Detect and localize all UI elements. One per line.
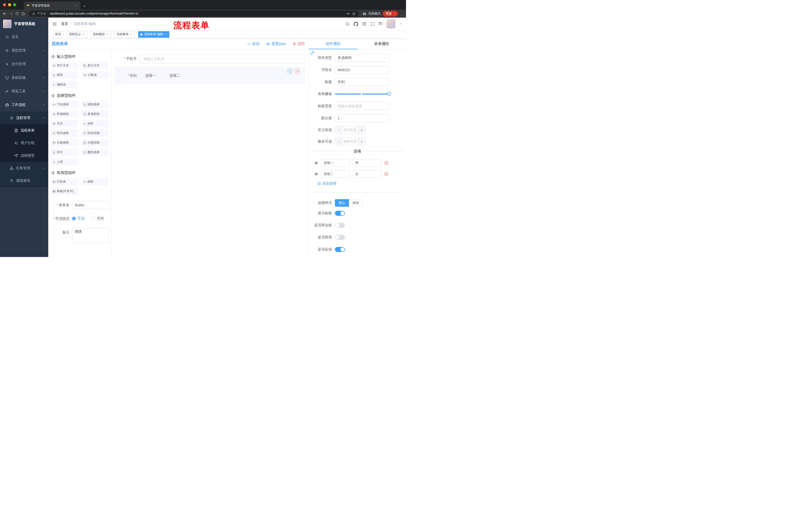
security-label[interactable]: 不安全 (37, 11, 46, 16)
hamburger-icon[interactable] (52, 22, 57, 26)
drag-handle-icon[interactable] (314, 161, 318, 165)
option-style-button-button[interactable]: 按钮 (349, 199, 363, 207)
palette-item-slider[interactable]: 滑块 (81, 120, 109, 127)
tab-component-properties[interactable]: 组件属性 (309, 39, 357, 49)
status-radio-off[interactable]: 关闭 (91, 216, 104, 221)
home-button[interactable] (21, 11, 25, 16)
form-grid-slider[interactable] (335, 90, 389, 98)
field-name-input[interactable] (335, 66, 389, 74)
palette-item-radio-group[interactable]: 单选框组 (51, 110, 78, 118)
checkbox-option-1[interactable]: 选项一 (140, 74, 156, 78)
tag-process-form[interactable]: 流程表单 (114, 31, 135, 38)
forward-button[interactable] (9, 11, 13, 16)
label-width-input[interactable] (335, 102, 389, 110)
max-select-value[interactable]: 最多可选 (342, 138, 358, 145)
app-logo[interactable]: 芋道管理系统 (0, 18, 48, 30)
tag-close-icon[interactable] (165, 33, 167, 36)
tag-process-definition[interactable]: 流程定义 (66, 31, 87, 38)
disabled-toggle[interactable] (335, 235, 345, 240)
view-json-button[interactable]: 查看json (266, 42, 286, 46)
palette-item-upload[interactable]: 上传 (51, 158, 78, 165)
address-bar[interactable]: 不安全 dashboard.yudao.iocoder.cn/bpm/manag… (29, 10, 359, 17)
add-option-button[interactable]: 添加选项 (317, 181, 406, 186)
palette-item-rate[interactable]: 评分 (51, 148, 78, 156)
minimize-window-button[interactable] (8, 3, 11, 6)
form-name-input[interactable] (72, 201, 110, 209)
password-key-icon[interactable] (346, 12, 350, 16)
breadcrumb-home[interactable]: 首页 (61, 22, 68, 26)
tag-close-icon[interactable] (130, 33, 133, 36)
option-2-name-input[interactable] (321, 170, 350, 178)
bookmark-star-icon[interactable] (352, 12, 356, 16)
remark-textarea[interactable]: 嘿嘿 (72, 228, 109, 243)
decrease-button[interactable]: − (335, 127, 342, 134)
palette-item-date-picker[interactable]: 日期选择 (51, 139, 78, 146)
tab-close-icon[interactable] (75, 4, 78, 7)
palette-item-time-picker[interactable]: 时间选择 (51, 130, 78, 137)
toolbar-overflow-chevron-icon[interactable] (401, 14, 404, 17)
palette-item-editor[interactable]: 编辑器 (51, 81, 78, 88)
sidebar-item-system-management[interactable]: 系统管理 (0, 44, 48, 57)
font-size-icon[interactable]: TT (379, 22, 383, 26)
close-window-button[interactable] (3, 3, 6, 6)
sidebar-item-payment-management[interactable]: ¥ 支付管理 (0, 57, 48, 71)
drag-handle-icon[interactable] (314, 172, 318, 176)
fullscreen-icon[interactable] (370, 22, 375, 26)
new-tab-button[interactable] (83, 4, 86, 8)
avatar-caret-icon[interactable] (399, 23, 402, 25)
selected-form-item-gender[interactable]: *性别 选项一 选项二 (115, 67, 305, 84)
default-value-input[interactable] (335, 114, 389, 122)
tag-close-icon[interactable] (82, 33, 85, 36)
min-select-value[interactable]: 至少应选 (342, 127, 358, 134)
link-icon[interactable] (310, 51, 315, 55)
with-border-toggle[interactable] (335, 223, 345, 228)
url-text[interactable]: dashboard.yudao.iocoder.cn/bpm/manager/f… (50, 12, 345, 15)
status-radio-on[interactable]: 开启 (72, 216, 84, 221)
palette-item-color-picker[interactable]: 颜色选择 (81, 148, 109, 156)
update-button[interactable]: 更新 (383, 11, 398, 17)
help-icon[interactable] (362, 22, 367, 26)
option-1-name-input[interactable] (321, 159, 350, 167)
palette-item-cascader[interactable]: 级联选择 (81, 101, 109, 108)
tag-process-model[interactable]: 流程模型 (90, 31, 111, 38)
palette-item-date-range[interactable]: 日期范围 (81, 139, 109, 146)
search-icon[interactable] (345, 22, 350, 26)
tag-close-icon[interactable] (106, 33, 109, 36)
sidebar-item-process-management[interactable]: 流程管理 (0, 112, 48, 124)
sidebar-item-dev-tools[interactable]: 研发工具 (0, 84, 48, 98)
phone-input[interactable] (140, 54, 305, 63)
palette-item-switch[interactable]: 开关 (51, 120, 78, 127)
sidebar-item-workflow[interactable]: 工作流程 (0, 98, 48, 112)
zoom-window-button[interactable] (13, 3, 16, 6)
sidebar-item-leave-query[interactable]: 请假查询 (0, 174, 48, 187)
decrease-button[interactable]: − (335, 138, 342, 145)
palette-item-button[interactable]: 按钮 (81, 178, 109, 185)
option-style-default-button[interactable]: 默认 (335, 199, 349, 207)
sidebar-item-user-groups[interactable]: 用户分组 (0, 137, 48, 150)
delete-item-button[interactable] (295, 69, 300, 74)
palette-item-checkbox-group[interactable]: 多选框组 (81, 110, 109, 118)
increase-button[interactable]: + (358, 127, 365, 134)
palette-item-time-range[interactable]: 时间范围 (81, 130, 109, 137)
palette-item-password[interactable]: 密码 (51, 72, 78, 79)
title-input[interactable] (335, 78, 389, 86)
palette-item-multi-line-text[interactable]: 多行文本 (81, 62, 109, 69)
save-button[interactable]: 保存 (247, 42, 260, 46)
phone-form-item[interactable]: *手机号 (115, 54, 305, 63)
clear-button[interactable]: 清空 (292, 42, 305, 46)
required-toggle[interactable] (335, 247, 345, 252)
checkbox-option-2[interactable]: 选项二 (164, 74, 180, 78)
reload-button[interactable] (15, 11, 19, 16)
slider-handle[interactable] (387, 92, 391, 96)
tab-form-properties[interactable]: 表单属性 (357, 39, 406, 49)
component-type-select[interactable]: 多选框组 (335, 54, 389, 62)
option-1-value-input[interactable] (352, 159, 381, 167)
increase-button[interactable]: + (358, 138, 365, 145)
browser-tab[interactable]: 芋道管理系统 (24, 1, 80, 9)
palette-item-counter[interactable]: 123 计数器 (81, 72, 109, 79)
tag-home[interactable]: 首页 (53, 31, 63, 38)
back-button[interactable] (2, 11, 7, 16)
palette-item-table[interactable]: 表格[开发中] (51, 188, 78, 195)
sidebar-item-process-form[interactable]: 流程表单 (0, 124, 48, 137)
copy-item-button[interactable] (287, 69, 292, 74)
